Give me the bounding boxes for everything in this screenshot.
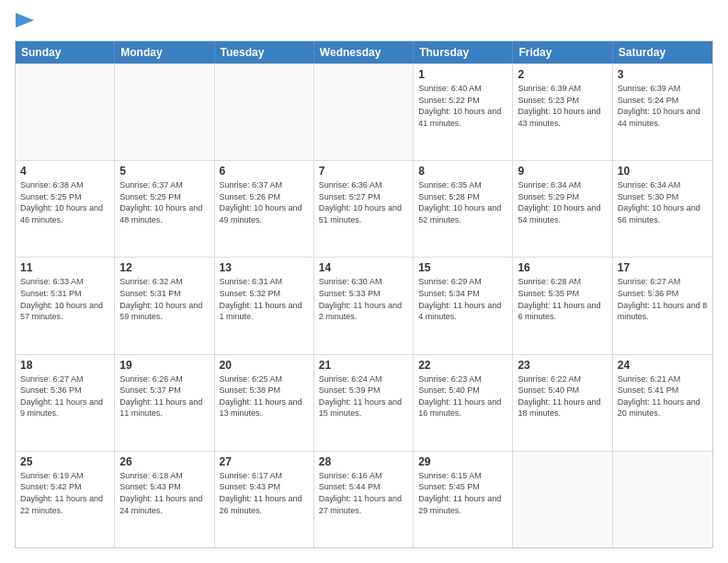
- day-info: Sunrise: 6:19 AM Sunset: 5:42 PM Dayligh…: [20, 470, 109, 516]
- calendar-empty-cell: [314, 64, 414, 160]
- calendar-day-11: 11Sunrise: 6:33 AM Sunset: 5:31 PM Dayli…: [16, 258, 115, 353]
- day-info: Sunrise: 6:36 AM Sunset: 5:27 PM Dayligh…: [319, 179, 408, 225]
- calendar-empty-cell: [115, 64, 214, 160]
- day-info: Sunrise: 6:28 AM Sunset: 5:35 PM Dayligh…: [518, 276, 607, 322]
- calendar-day-3: 3Sunrise: 6:39 AM Sunset: 5:24 PM Daylig…: [613, 64, 712, 160]
- calendar-day-14: 14Sunrise: 6:30 AM Sunset: 5:33 PM Dayli…: [314, 258, 414, 353]
- header: [15, 15, 713, 31]
- day-info: Sunrise: 6:35 AM Sunset: 5:28 PM Dayligh…: [418, 179, 507, 225]
- calendar-day-13: 13Sunrise: 6:31 AM Sunset: 5:32 PM Dayli…: [215, 258, 314, 353]
- header-day-thursday: Thursday: [414, 41, 513, 63]
- calendar-empty-cell: [215, 64, 314, 160]
- day-number: 8: [418, 165, 507, 178]
- calendar-body: 1Sunrise: 6:40 AM Sunset: 5:22 PM Daylig…: [16, 63, 712, 547]
- day-number: 18: [20, 359, 109, 372]
- day-info: Sunrise: 6:27 AM Sunset: 5:36 PM Dayligh…: [618, 276, 708, 322]
- calendar-day-17: 17Sunrise: 6:27 AM Sunset: 5:36 PM Dayli…: [613, 258, 712, 353]
- day-number: 15: [418, 261, 507, 274]
- day-number: 10: [618, 165, 708, 178]
- day-info: Sunrise: 6:37 AM Sunset: 5:26 PM Dayligh…: [220, 179, 309, 225]
- day-number: 3: [618, 68, 708, 81]
- calendar-day-20: 20Sunrise: 6:25 AM Sunset: 5:38 PM Dayli…: [215, 355, 314, 451]
- logo-icon: [16, 13, 34, 35]
- day-info: Sunrise: 6:34 AM Sunset: 5:29 PM Dayligh…: [518, 179, 607, 225]
- calendar-header: SundayMondayTuesdayWednesdayThursdayFrid…: [16, 41, 712, 63]
- day-number: 11: [20, 261, 109, 274]
- calendar-day-4: 4Sunrise: 6:38 AM Sunset: 5:25 PM Daylig…: [16, 161, 115, 257]
- day-number: 20: [220, 359, 309, 372]
- day-number: 28: [319, 455, 408, 468]
- calendar-day-19: 19Sunrise: 6:26 AM Sunset: 5:37 PM Dayli…: [115, 355, 214, 451]
- calendar-day-12: 12Sunrise: 6:32 AM Sunset: 5:31 PM Dayli…: [115, 258, 214, 353]
- day-number: 2: [518, 68, 607, 81]
- header-day-tuesday: Tuesday: [215, 41, 314, 63]
- day-number: 29: [418, 455, 507, 468]
- day-number: 22: [418, 359, 507, 372]
- header-day-saturday: Saturday: [613, 41, 712, 63]
- calendar-day-16: 16Sunrise: 6:28 AM Sunset: 5:35 PM Dayli…: [513, 258, 612, 353]
- calendar-day-5: 5Sunrise: 6:37 AM Sunset: 5:25 PM Daylig…: [115, 161, 214, 257]
- day-number: 4: [20, 165, 109, 178]
- calendar-day-24: 24Sunrise: 6:21 AM Sunset: 5:41 PM Dayli…: [613, 355, 712, 451]
- day-number: 27: [220, 455, 309, 468]
- calendar-week-1: 1Sunrise: 6:40 AM Sunset: 5:22 PM Daylig…: [16, 63, 712, 160]
- day-info: Sunrise: 6:38 AM Sunset: 5:25 PM Dayligh…: [20, 179, 109, 225]
- calendar-day-10: 10Sunrise: 6:34 AM Sunset: 5:30 PM Dayli…: [613, 161, 712, 257]
- day-info: Sunrise: 6:18 AM Sunset: 5:43 PM Dayligh…: [119, 470, 209, 516]
- logo: [15, 15, 34, 31]
- calendar-day-28: 28Sunrise: 6:16 AM Sunset: 5:44 PM Dayli…: [314, 452, 414, 547]
- day-info: Sunrise: 6:16 AM Sunset: 5:44 PM Dayligh…: [319, 470, 408, 516]
- calendar-week-4: 18Sunrise: 6:27 AM Sunset: 5:36 PM Dayli…: [16, 354, 712, 451]
- day-number: 9: [518, 165, 607, 178]
- calendar-day-15: 15Sunrise: 6:29 AM Sunset: 5:34 PM Dayli…: [414, 258, 513, 353]
- day-number: 12: [119, 261, 209, 274]
- day-number: 23: [518, 359, 607, 372]
- calendar-empty-cell: [16, 64, 115, 160]
- header-day-wednesday: Wednesday: [314, 41, 414, 63]
- day-info: Sunrise: 6:29 AM Sunset: 5:34 PM Dayligh…: [418, 276, 507, 322]
- day-number: 5: [119, 165, 209, 178]
- page: SundayMondayTuesdayWednesdayThursdayFrid…: [0, 0, 728, 563]
- header-day-sunday: Sunday: [16, 41, 115, 63]
- calendar-empty-cell: [613, 452, 712, 547]
- calendar-day-8: 8Sunrise: 6:35 AM Sunset: 5:28 PM Daylig…: [414, 161, 513, 257]
- calendar-day-6: 6Sunrise: 6:37 AM Sunset: 5:26 PM Daylig…: [215, 161, 314, 257]
- day-number: 7: [319, 165, 408, 178]
- calendar-week-2: 4Sunrise: 6:38 AM Sunset: 5:25 PM Daylig…: [16, 160, 712, 257]
- day-number: 17: [618, 261, 708, 274]
- day-info: Sunrise: 6:23 AM Sunset: 5:40 PM Dayligh…: [418, 373, 507, 419]
- day-info: Sunrise: 6:17 AM Sunset: 5:43 PM Dayligh…: [220, 470, 309, 516]
- calendar-empty-cell: [513, 452, 612, 547]
- day-info: Sunrise: 6:37 AM Sunset: 5:25 PM Dayligh…: [119, 179, 209, 225]
- day-number: 25: [20, 455, 109, 468]
- day-info: Sunrise: 6:21 AM Sunset: 5:41 PM Dayligh…: [618, 373, 708, 419]
- day-info: Sunrise: 6:32 AM Sunset: 5:31 PM Dayligh…: [119, 276, 209, 322]
- day-number: 1: [418, 68, 507, 81]
- day-number: 13: [220, 261, 309, 274]
- day-number: 6: [220, 165, 309, 178]
- svg-marker-0: [16, 13, 34, 28]
- day-number: 19: [119, 359, 209, 372]
- calendar-day-27: 27Sunrise: 6:17 AM Sunset: 5:43 PM Dayli…: [215, 452, 314, 547]
- day-number: 21: [319, 359, 408, 372]
- calendar-day-2: 2Sunrise: 6:39 AM Sunset: 5:23 PM Daylig…: [513, 64, 612, 160]
- calendar-day-22: 22Sunrise: 6:23 AM Sunset: 5:40 PM Dayli…: [414, 355, 513, 451]
- calendar-day-7: 7Sunrise: 6:36 AM Sunset: 5:27 PM Daylig…: [314, 161, 414, 257]
- day-number: 26: [119, 455, 209, 468]
- calendar-day-9: 9Sunrise: 6:34 AM Sunset: 5:29 PM Daylig…: [513, 161, 612, 257]
- calendar-day-1: 1Sunrise: 6:40 AM Sunset: 5:22 PM Daylig…: [414, 64, 513, 160]
- calendar-day-21: 21Sunrise: 6:24 AM Sunset: 5:39 PM Dayli…: [314, 355, 414, 451]
- day-info: Sunrise: 6:27 AM Sunset: 5:36 PM Dayligh…: [20, 373, 109, 419]
- day-info: Sunrise: 6:33 AM Sunset: 5:31 PM Dayligh…: [20, 276, 109, 322]
- day-info: Sunrise: 6:25 AM Sunset: 5:38 PM Dayligh…: [220, 373, 309, 419]
- header-day-monday: Monday: [115, 41, 214, 63]
- day-info: Sunrise: 6:39 AM Sunset: 5:24 PM Dayligh…: [618, 83, 708, 129]
- calendar-day-23: 23Sunrise: 6:22 AM Sunset: 5:40 PM Dayli…: [513, 355, 612, 451]
- day-info: Sunrise: 6:26 AM Sunset: 5:37 PM Dayligh…: [119, 373, 209, 419]
- header-day-friday: Friday: [513, 41, 612, 63]
- day-number: 16: [518, 261, 607, 274]
- calendar-day-26: 26Sunrise: 6:18 AM Sunset: 5:43 PM Dayli…: [115, 452, 214, 547]
- day-number: 24: [618, 359, 708, 372]
- day-info: Sunrise: 6:30 AM Sunset: 5:33 PM Dayligh…: [319, 276, 408, 322]
- calendar-day-18: 18Sunrise: 6:27 AM Sunset: 5:36 PM Dayli…: [16, 355, 115, 451]
